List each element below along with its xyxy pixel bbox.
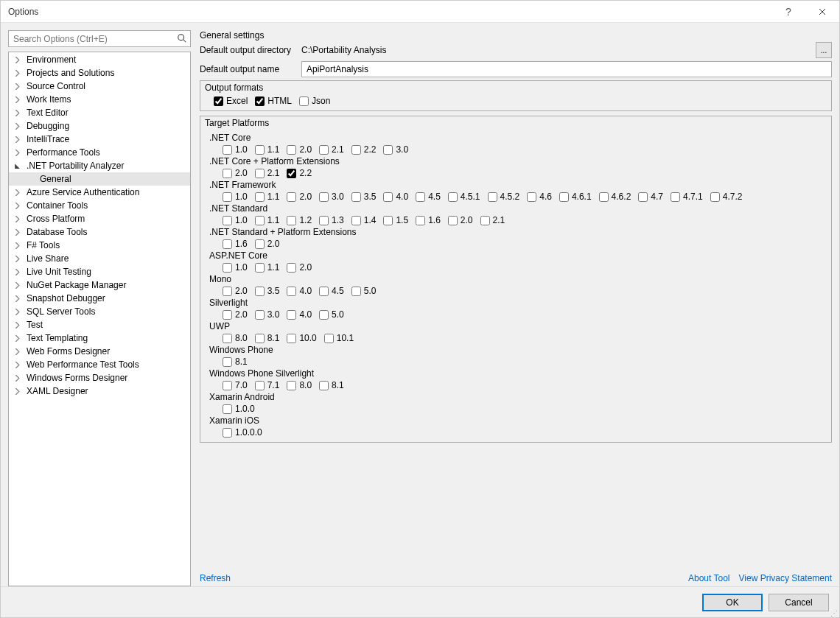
platform-version-checkbox[interactable]: 7.1 — [255, 380, 280, 390]
platform-version-checkbox[interactable]: 1.0.0.0 — [223, 427, 262, 438]
platform-version-checkbox[interactable]: 10.1 — [324, 333, 354, 343]
checkbox-input[interactable] — [255, 263, 265, 273]
tree-item[interactable]: .NET Portability Analyzer — [9, 159, 190, 172]
checkbox-input[interactable] — [383, 216, 393, 225]
platform-version-checkbox[interactable]: 1.1 — [255, 215, 280, 225]
checkbox-input[interactable] — [671, 192, 680, 202]
platform-version-checkbox[interactable]: 8.0 — [223, 333, 248, 343]
checkbox-input[interactable] — [319, 216, 329, 225]
checkbox-input[interactable] — [351, 145, 361, 155]
tree-item[interactable]: Snapshot Debugger — [9, 292, 190, 305]
tree-item[interactable]: Web Performance Test Tools — [9, 358, 190, 371]
platform-version-checkbox[interactable]: 7.0 — [223, 380, 248, 390]
tree-item[interactable]: Live Share — [9, 252, 190, 265]
checkbox-input[interactable] — [416, 192, 425, 202]
output-format-checkbox[interactable]: HTML — [255, 96, 292, 106]
checkbox-input[interactable] — [223, 428, 232, 438]
checkbox-input[interactable] — [223, 287, 232, 296]
tree-item[interactable]: Container Tools — [9, 199, 190, 212]
tree-item[interactable]: Debugging — [9, 119, 190, 133]
platform-version-checkbox[interactable]: 2.0 — [255, 239, 280, 249]
checkbox-input[interactable] — [255, 287, 265, 296]
checkbox-input[interactable] — [255, 145, 265, 155]
platform-version-checkbox[interactable]: 1.0 — [223, 144, 248, 155]
output-name-input[interactable] — [301, 61, 832, 77]
checkbox-input[interactable] — [559, 192, 569, 202]
checkbox-input[interactable] — [324, 334, 334, 343]
platform-version-checkbox[interactable]: 2.0 — [223, 309, 248, 320]
checkbox-input[interactable] — [287, 287, 296, 296]
checkbox-input[interactable] — [416, 216, 425, 225]
checkbox-input[interactable] — [638, 192, 648, 202]
checkbox-input[interactable] — [255, 239, 265, 249]
tree-item[interactable]: Database Tools — [9, 225, 190, 239]
platform-version-checkbox[interactable]: 4.7.2 — [710, 192, 743, 202]
platform-version-checkbox[interactable]: 1.6 — [223, 239, 248, 249]
platform-version-checkbox[interactable]: 4.5.2 — [488, 192, 520, 202]
resize-grip[interactable]: ⋰ — [830, 611, 838, 616]
checkbox-input[interactable] — [448, 192, 458, 202]
checkbox-input[interactable] — [319, 310, 329, 320]
tree-item[interactable]: Cross Platform — [9, 212, 190, 225]
tree-item[interactable]: Source Control — [9, 80, 190, 93]
checkbox-input[interactable] — [319, 145, 329, 155]
checkbox-input[interactable] — [287, 169, 296, 178]
platform-version-checkbox[interactable]: 4.7 — [638, 192, 663, 202]
tree-item[interactable]: Live Unit Testing — [9, 265, 190, 278]
close-button[interactable] — [805, 1, 839, 23]
platform-version-checkbox[interactable]: 4.7.1 — [671, 192, 703, 202]
checkbox-input[interactable] — [255, 169, 265, 178]
platform-version-checkbox[interactable]: 3.0 — [255, 309, 280, 320]
platform-version-checkbox[interactable]: 10.0 — [287, 333, 316, 343]
platform-version-checkbox[interactable]: 4.0 — [287, 286, 312, 296]
tree-item[interactable]: IntelliTrace — [9, 133, 190, 146]
output-format-checkbox[interactable]: Json — [299, 96, 330, 106]
checkbox-input[interactable] — [287, 263, 296, 273]
platform-version-checkbox[interactable]: 1.5 — [383, 215, 408, 225]
checkbox-input[interactable] — [223, 357, 232, 367]
checkbox-input[interactable] — [255, 192, 265, 202]
platform-version-checkbox[interactable]: 3.5 — [255, 286, 280, 296]
platform-version-checkbox[interactable]: 4.6.2 — [599, 192, 631, 202]
checkbox-input[interactable] — [223, 381, 232, 390]
checkbox-input[interactable] — [319, 381, 329, 390]
tree-item[interactable]: NuGet Package Manager — [9, 278, 190, 292]
platform-version-checkbox[interactable]: 4.0 — [287, 309, 312, 320]
checkbox-input[interactable] — [223, 263, 232, 273]
platform-version-checkbox[interactable]: 8.0 — [287, 380, 312, 390]
refresh-link[interactable]: Refresh — [200, 573, 231, 583]
checkbox-input[interactable] — [351, 287, 361, 296]
checkbox-input[interactable] — [448, 216, 458, 225]
platform-version-checkbox[interactable]: 3.0 — [383, 144, 408, 155]
platform-version-checkbox[interactable]: 1.0 — [223, 215, 248, 225]
platform-version-checkbox[interactable]: 4.5 — [319, 286, 344, 296]
platform-version-checkbox[interactable]: 1.1 — [255, 144, 280, 155]
platform-version-checkbox[interactable]: 3.5 — [351, 192, 377, 202]
checkbox-input[interactable] — [255, 96, 265, 106]
platform-version-checkbox[interactable]: 2.1 — [319, 144, 344, 155]
tree-item[interactable]: XAML Designer — [9, 385, 190, 398]
search-input[interactable] — [8, 30, 191, 47]
tree-item[interactable]: SQL Server Tools — [9, 305, 190, 318]
platform-version-checkbox[interactable]: 5.0 — [319, 309, 344, 320]
checkbox-input[interactable] — [223, 239, 232, 249]
checkbox-input[interactable] — [223, 169, 232, 178]
checkbox-input[interactable] — [223, 334, 232, 343]
platform-version-checkbox[interactable]: 2.0 — [223, 286, 248, 296]
platform-version-checkbox[interactable]: 4.5 — [416, 192, 441, 202]
checkbox-input[interactable] — [527, 192, 536, 202]
checkbox-input[interactable] — [255, 334, 265, 343]
platform-version-checkbox[interactable]: 1.0 — [223, 192, 248, 202]
cancel-button[interactable]: Cancel — [769, 594, 829, 611]
tree-item[interactable]: F# Tools — [9, 239, 190, 252]
checkbox-input[interactable] — [383, 145, 393, 155]
checkbox-input[interactable] — [287, 216, 296, 225]
platform-version-checkbox[interactable]: 2.0 — [223, 168, 248, 178]
platform-version-checkbox[interactable]: 1.6 — [416, 215, 441, 225]
checkbox-input[interactable] — [287, 310, 296, 320]
tree-item[interactable]: Performance Tools — [9, 146, 190, 159]
checkbox-input[interactable] — [255, 381, 265, 390]
checkbox-input[interactable] — [287, 145, 296, 155]
checkbox-input[interactable] — [710, 192, 720, 202]
platform-version-checkbox[interactable]: 2.1 — [480, 215, 505, 225]
